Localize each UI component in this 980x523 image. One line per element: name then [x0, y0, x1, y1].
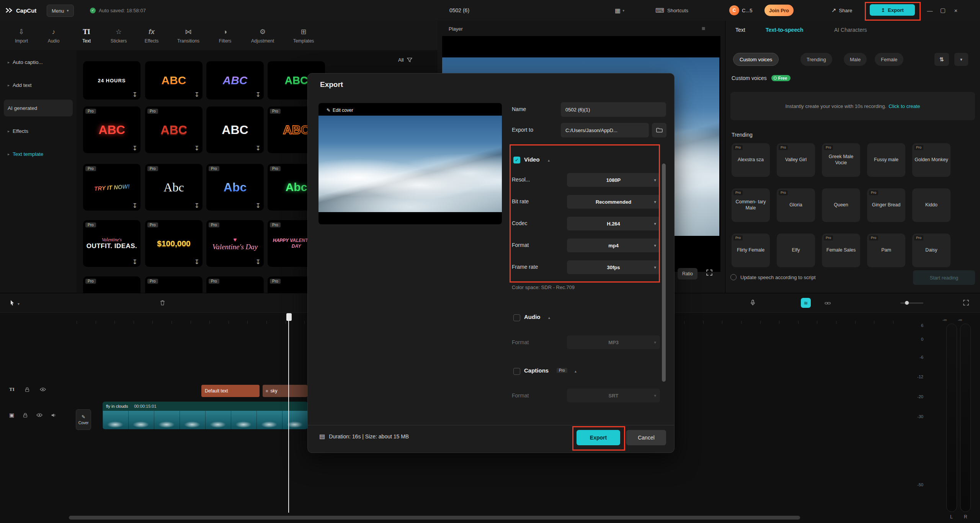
template-card[interactable]: ProAbc↧ — [145, 164, 203, 211]
voice-card[interactable]: ProCommen- tary Male — [732, 188, 770, 222]
update-speech-toggle[interactable]: Update speech according to script — [730, 274, 816, 280]
export-confirm-button[interactable]: Export — [577, 430, 620, 445]
maximize-button[interactable]: ▢ — [936, 7, 949, 14]
ratio-button[interactable]: Ratio — [678, 268, 697, 279]
select-tool-icon[interactable] — [10, 300, 15, 306]
voice-card[interactable]: ProPam — [867, 234, 905, 267]
join-pro-button[interactable]: Join Pro — [764, 5, 794, 16]
format-dropdown[interactable]: mp4▾ — [567, 239, 660, 252]
sidebar-item-auto-captions[interactable]: ▸Auto captio... — [4, 54, 73, 70]
tab-ai-characters[interactable]: AI Characters — [834, 27, 867, 33]
export-path-input[interactable]: C:/Users/Jason/AppD... — [561, 123, 649, 137]
voice-card[interactable]: Elfy — [777, 234, 815, 267]
download-icon[interactable]: ↧ — [256, 145, 261, 152]
download-icon[interactable]: ↧ — [194, 145, 199, 152]
timeline-scrollbar[interactable] — [69, 516, 800, 520]
voice-card[interactable]: ProValley Girl — [777, 143, 815, 177]
cancel-button[interactable]: Cancel — [626, 430, 666, 445]
template-card[interactable]: Pro — [206, 276, 264, 293]
tab-templates[interactable]: ⊞Templates — [286, 24, 321, 47]
template-card[interactable]: Pro — [145, 276, 203, 293]
zoom-slider-handle[interactable] — [905, 301, 909, 305]
minimize-button[interactable]: — — [923, 7, 936, 14]
layout-switch-button[interactable]: ▦ ▾ — [615, 0, 624, 21]
start-reading-button[interactable]: Start reading — [913, 270, 975, 285]
pill-male[interactable]: Male — [844, 53, 867, 66]
text-clip-default-text[interactable]: Default text — [201, 385, 260, 397]
eye-icon[interactable] — [40, 387, 46, 392]
chevron-down-icon[interactable]: ▾ — [18, 302, 20, 306]
sidebar-item-text-template[interactable]: ▸Text template — [4, 145, 73, 162]
tab-effects[interactable]: fxEffects — [139, 24, 165, 47]
voice-card[interactable]: ProFlirty Female — [732, 234, 770, 267]
player-menu-icon[interactable]: ≡ — [702, 25, 705, 32]
share-button[interactable]: ↗ Share — [831, 0, 852, 21]
voice-card[interactable]: Kiddo — [912, 188, 951, 222]
sidebar-item-effects[interactable]: ▸Effects — [4, 123, 73, 139]
template-card[interactable]: Pro$100,000↧ — [145, 220, 203, 267]
cover-button[interactable]: ✎ Cover — [76, 409, 91, 430]
snapping-icon[interactable]: ≋ — [801, 298, 811, 308]
voice-card[interactable]: Fussy male — [867, 143, 905, 177]
sidebar-item-add-text[interactable]: ▸Add text — [4, 77, 73, 93]
voice-card[interactable]: ProAlexstra sza — [732, 143, 770, 177]
download-icon[interactable]: ↧ — [194, 91, 199, 98]
export-button-top[interactable]: ↥ Export — [870, 4, 915, 16]
template-card[interactable]: ABC↧ — [206, 61, 264, 100]
tab-adjustment[interactable]: ⚙Adjustment — [240, 24, 286, 47]
download-icon[interactable]: ↧ — [194, 202, 199, 209]
playhead-line[interactable] — [288, 313, 289, 513]
template-card[interactable]: Pro♥Valentine's Day↧ — [206, 220, 264, 267]
voice-card[interactable]: Queen — [822, 188, 860, 222]
collapse-captions-icon[interactable]: ▴ — [575, 369, 577, 373]
resolution-dropdown[interactable]: 1080P▾ — [567, 173, 660, 187]
voice-card[interactable]: ProGreek Male Vocie — [822, 143, 860, 177]
video-clip-fly-in-clouds[interactable]: fly in clouds 00:00:15:01 — [103, 402, 308, 429]
codec-dropdown[interactable]: H.264▾ — [567, 217, 660, 230]
tab-text-to-speech[interactable]: Text-to-speech — [766, 27, 804, 33]
download-icon[interactable]: ↧ — [132, 145, 137, 152]
download-icon[interactable]: ↧ — [256, 91, 261, 98]
browse-folder-button[interactable] — [652, 123, 666, 137]
pill-trending[interactable]: Trending — [800, 53, 832, 66]
tab-import[interactable]: ⇩Import — [8, 24, 35, 47]
bitrate-dropdown[interactable]: Recommended▾ — [567, 195, 660, 209]
download-icon[interactable]: ↧ — [256, 258, 261, 266]
template-card[interactable]: ProTRY IT NOW!↧ — [83, 164, 140, 211]
close-button[interactable]: × — [949, 7, 962, 14]
collapse-filters-button[interactable]: ▾ — [954, 53, 968, 66]
pill-female[interactable]: Female — [875, 53, 903, 66]
voice-card[interactable]: ProGinger Bread — [867, 188, 905, 222]
tab-stickers[interactable]: ☆Stickers — [101, 24, 136, 47]
download-icon[interactable]: ↧ — [194, 258, 199, 266]
video-checkbox[interactable]: ✓ — [513, 157, 520, 163]
dialog-scrollbar[interactable] — [662, 163, 666, 382]
pill-custom-voices[interactable]: Custom voices — [733, 53, 779, 66]
eye-icon[interactable] — [36, 413, 42, 417]
tab-transitions[interactable]: ⋈Transitions — [166, 24, 211, 47]
voice-card[interactable]: ProDaisy — [912, 234, 951, 267]
template-card[interactable]: ProABC↧ — [145, 106, 203, 153]
record-voiceover-icon[interactable] — [750, 299, 755, 306]
tab-audio[interactable]: ♪Audio — [40, 24, 67, 47]
menu-button[interactable]: Menu ▾ — [47, 5, 74, 17]
template-card[interactable]: ProAbc↧ — [206, 164, 264, 211]
playhead-handle[interactable] — [286, 313, 292, 321]
sort-voices-button[interactable]: ⇅ — [934, 53, 949, 66]
collapse-audio-icon[interactable]: ▴ — [548, 315, 550, 320]
edit-cover-button[interactable]: ✎ Edit cover — [323, 106, 356, 114]
template-card[interactable]: ProValentine'sOUTFIT. IDEAS.↧ — [83, 220, 140, 267]
library-filter[interactable]: All — [398, 57, 412, 63]
template-card[interactable]: ABC↧ — [145, 61, 203, 100]
tab-filters[interactable]: ◑Filters — [212, 24, 238, 47]
lock-icon[interactable] — [23, 412, 28, 418]
collapse-video-icon[interactable]: ▴ — [548, 158, 550, 162]
zoom-slider[interactable] — [900, 302, 923, 304]
template-card[interactable]: ProHatta — [83, 276, 140, 293]
voice-card[interactable]: ProGloria — [777, 188, 815, 222]
download-icon[interactable]: ↧ — [256, 202, 261, 209]
download-icon[interactable]: ↧ — [132, 202, 137, 209]
captions-checkbox[interactable] — [513, 368, 520, 375]
shortcuts-button[interactable]: ⌨ Shortcuts — [655, 0, 688, 21]
tab-text[interactable]: TIText — [74, 24, 100, 47]
